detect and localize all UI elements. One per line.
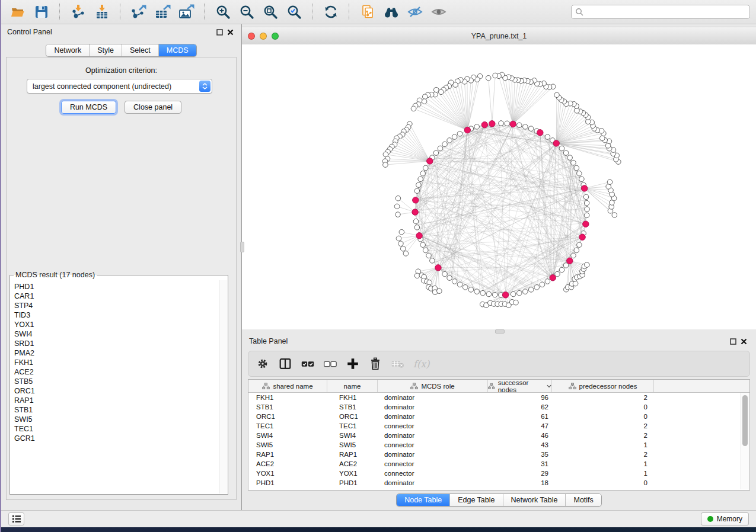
search-network-button[interactable] xyxy=(381,2,402,21)
graph-node[interactable] xyxy=(426,253,432,258)
graph-node[interactable] xyxy=(574,248,579,253)
table-row-yox1[interactable]: YOX1YOX1connector291 xyxy=(248,469,749,478)
graph-node[interactable] xyxy=(457,282,462,287)
export-image-button[interactable] xyxy=(176,2,197,21)
tab-select[interactable]: Select xyxy=(122,44,159,56)
graph-node[interactable] xyxy=(517,290,522,296)
export-network-button[interactable] xyxy=(128,2,149,21)
horizontal-splitter-handle[interactable] xyxy=(495,329,505,334)
graph-node[interactable] xyxy=(399,229,404,235)
table-row-ace2[interactable]: ACE2ACE2connector311 xyxy=(248,459,749,469)
graph-node[interactable] xyxy=(579,177,585,182)
graph-node[interactable] xyxy=(612,213,617,218)
graph-node[interactable] xyxy=(433,87,439,92)
mcds-result-item[interactable]: GCR1 xyxy=(14,434,219,443)
graph-node[interactable] xyxy=(545,134,550,140)
graph-node[interactable] xyxy=(457,131,462,136)
graph-node[interactable] xyxy=(383,162,388,168)
create-column-button[interactable] xyxy=(343,355,362,373)
select-all-columns-button[interactable] xyxy=(298,355,317,373)
column-header-successor-nodes[interactable]: successor nodes xyxy=(488,380,552,392)
graph-node[interactable] xyxy=(585,262,590,268)
mcds-result-item[interactable]: FKH1 xyxy=(14,358,219,367)
graph-node[interactable] xyxy=(480,290,486,296)
graph-node[interactable] xyxy=(438,146,443,151)
graph-node[interactable] xyxy=(599,136,605,141)
graph-node[interactable] xyxy=(523,289,528,294)
graph-hub-node[interactable] xyxy=(510,121,516,127)
mcds-result-item[interactable]: STP4 xyxy=(14,301,219,310)
graph-node[interactable] xyxy=(534,285,540,290)
graph-node[interactable] xyxy=(493,73,498,78)
graph-node[interactable] xyxy=(486,75,491,81)
table-row-phd1[interactable]: PHD1PHD1dominator180 xyxy=(248,478,749,488)
graph-node[interactable] xyxy=(474,124,480,130)
zoom-out-button[interactable] xyxy=(236,2,257,21)
graph-node[interactable] xyxy=(439,89,444,95)
graph-node[interactable] xyxy=(422,99,427,104)
graph-hub-node[interactable] xyxy=(489,121,495,127)
mcds-result-item[interactable]: ORC1 xyxy=(14,386,219,396)
graph-node[interactable] xyxy=(574,165,579,171)
graph-node[interactable] xyxy=(411,106,416,111)
new-network-from-selection-button[interactable] xyxy=(357,2,378,21)
graph-node[interactable] xyxy=(433,150,439,156)
hide-selected-button[interactable] xyxy=(404,2,426,21)
table-row-tec1[interactable]: TEC1TEC1connector472 xyxy=(248,421,749,431)
result-list-scrollbar[interactable] xyxy=(219,280,227,493)
zoom-in-button[interactable] xyxy=(212,2,234,21)
graph-node[interactable] xyxy=(607,180,613,185)
graph-node[interactable] xyxy=(517,123,522,128)
graph-node[interactable] xyxy=(575,108,580,114)
graph-hub-node[interactable] xyxy=(435,265,441,271)
graph-node[interactable] xyxy=(554,92,560,98)
graph-node[interactable] xyxy=(545,279,550,284)
graph-node[interactable] xyxy=(442,142,448,147)
column-header-predecessor-nodes[interactable]: predecessor nodes xyxy=(552,380,654,392)
vertical-splitter-handle[interactable] xyxy=(240,242,244,252)
table-row-stb1[interactable]: STB1STB1dominator620 xyxy=(248,402,749,412)
column-header-shared-name[interactable]: shared name xyxy=(248,380,327,392)
graph-hub-node[interactable] xyxy=(464,127,470,133)
mcds-result-item[interactable]: RAP1 xyxy=(14,396,219,405)
mcds-result-item[interactable]: YOX1 xyxy=(14,320,219,329)
graph-node[interactable] xyxy=(511,291,516,297)
graph-node[interactable] xyxy=(403,251,409,257)
network-graph[interactable] xyxy=(242,44,756,329)
zoom-fit-button[interactable] xyxy=(260,2,281,21)
tab-network[interactable]: Network xyxy=(46,44,90,56)
close-panel-button[interactable] xyxy=(225,27,235,37)
graph-node[interactable] xyxy=(418,177,423,182)
delete-columns-button[interactable] xyxy=(366,355,385,373)
graph-node[interactable] xyxy=(400,246,406,251)
graph-node[interactable] xyxy=(492,292,497,297)
tab-motifs[interactable]: Motifs xyxy=(566,494,601,506)
graph-node[interactable] xyxy=(416,182,422,188)
graph-node[interactable] xyxy=(452,134,457,140)
graph-node[interactable] xyxy=(513,300,519,305)
graph-node[interactable] xyxy=(395,212,401,217)
show-all-button[interactable] xyxy=(428,2,449,21)
graph-hub-node[interactable] xyxy=(412,209,418,215)
open-network-button[interactable] xyxy=(7,2,28,21)
graph-node[interactable] xyxy=(571,160,576,165)
graph-hub-node[interactable] xyxy=(550,275,556,281)
graph-node[interactable] xyxy=(585,207,590,212)
graph-hub-node[interactable] xyxy=(581,185,587,191)
mcds-result-item[interactable]: PHD1 xyxy=(14,282,219,291)
show-panels-menu-button[interactable] xyxy=(8,512,24,525)
network-canvas[interactable] xyxy=(242,44,756,329)
table-settings-button[interactable] xyxy=(253,355,272,373)
save-session-button[interactable] xyxy=(31,2,52,21)
graph-node[interactable] xyxy=(452,279,457,284)
graph-node[interactable] xyxy=(540,282,545,287)
graph-node[interactable] xyxy=(563,150,569,156)
graph-node[interactable] xyxy=(468,287,474,293)
graph-node[interactable] xyxy=(396,236,401,241)
graph-node[interactable] xyxy=(462,285,468,290)
graph-node[interactable] xyxy=(427,280,432,286)
mcds-result-item[interactable]: STB1 xyxy=(14,405,219,415)
graph-node[interactable] xyxy=(528,126,534,132)
graph-node[interactable] xyxy=(420,242,426,248)
run-mcds-button[interactable]: Run MCDS xyxy=(61,101,116,114)
